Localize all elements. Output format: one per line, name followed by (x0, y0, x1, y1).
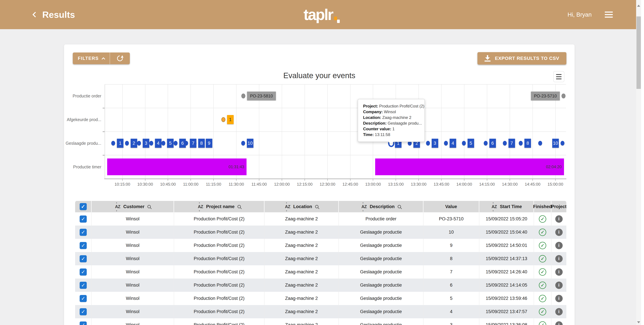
cell-project: i (552, 278, 566, 292)
cell-description: Geslaagde productie (339, 305, 424, 318)
select-all-checkbox[interactable]: ✓ (80, 203, 87, 210)
finished-check-icon: ✓ (539, 282, 546, 289)
column-header-label: Project name (206, 204, 234, 209)
cell-description: Geslaagde productie (339, 265, 424, 278)
row-checkbox[interactable]: ✓ (80, 268, 87, 276)
search-icon[interactable] (148, 205, 151, 208)
cell-start-time: 15/09/2022 15:04:40 (479, 226, 534, 239)
event-point[interactable] (538, 141, 542, 146)
chart-row-label: Geslaagde produ... (64, 141, 101, 146)
event-point[interactable] (149, 141, 153, 146)
table-row: ✓WinsolProduction Profit/Cost (2)Zaag-ma… (75, 305, 566, 318)
tooltip-field-label: Counter value: (363, 126, 391, 131)
event-point-label: 10 (552, 139, 559, 148)
event-point[interactable] (111, 141, 115, 146)
project-info-icon[interactable]: i (555, 282, 563, 289)
scroll-down-arrow-icon[interactable] (637, 321, 640, 323)
sort-icon[interactable]: AZ (198, 204, 203, 209)
x-axis-tick-label: 11:30:00 (228, 182, 244, 187)
event-point[interactable] (426, 141, 430, 146)
row-checkbox[interactable]: ✓ (80, 216, 87, 222)
sort-icon[interactable]: AZ (285, 204, 290, 209)
cell-description: Geslaagde productie (339, 239, 424, 252)
table-row: ✓WinsolProduction Profit/Cost (2)Zaag-ma… (75, 239, 566, 252)
search-icon[interactable] (398, 205, 401, 208)
cell-finished: ✓ (534, 252, 552, 265)
event-point[interactable] (174, 141, 178, 146)
project-info-icon[interactable]: i (555, 295, 563, 302)
back-button[interactable]: Results (33, 10, 75, 20)
x-axis-tick-label: 14:45:00 (525, 182, 540, 187)
event-point-label: 2 (131, 139, 137, 148)
column-header-location[interactable]: AZLocation (264, 201, 339, 212)
project-info-icon[interactable]: i (555, 255, 563, 262)
row-checkbox[interactable]: ✓ (80, 255, 87, 262)
event-point[interactable] (519, 141, 523, 146)
event-point[interactable] (503, 141, 507, 146)
chevron-left-icon (32, 12, 38, 18)
sort-icon[interactable]: AZ (115, 204, 120, 209)
cell-finished: ✓ (534, 265, 552, 278)
x-axis-tick (190, 179, 191, 181)
x-axis-tick-label: 14:00:00 (456, 182, 472, 187)
x-axis-tick (236, 179, 236, 181)
project-info-icon[interactable]: i (555, 242, 563, 249)
event-point-label: PO-23-5710 (531, 92, 560, 100)
event-point[interactable] (125, 141, 129, 146)
project-info-icon[interactable]: i (555, 215, 563, 223)
cell-customer: Winsol (92, 305, 174, 318)
x-axis-tick-label: 11:45:00 (252, 182, 267, 187)
sort-icon[interactable]: AZ (492, 204, 497, 209)
event-point[interactable] (241, 94, 245, 98)
event-point[interactable] (462, 141, 466, 146)
scrollbar-thumb[interactable] (636, 16, 641, 89)
cell-customer: Winsol (92, 265, 174, 278)
chart-row-label: Afgekeurde prod... (64, 117, 101, 122)
column-header-value[interactable]: Value (424, 201, 479, 212)
project-info-icon[interactable]: i (555, 308, 563, 316)
event-point[interactable] (444, 141, 448, 146)
event-point[interactable] (560, 141, 564, 146)
scrollbar-track[interactable] (636, 0, 641, 325)
project-info-icon[interactable]: i (555, 321, 563, 325)
project-info-icon[interactable]: i (555, 228, 563, 236)
row-select-cell: ✓ (75, 305, 92, 318)
timer-bar[interactable]: 01:31:43 (107, 158, 246, 175)
cell-project-name: Production Profit/Cost (2) (174, 239, 264, 252)
row-checkbox[interactable]: ✓ (80, 295, 87, 302)
column-header-finished[interactable]: Finished (534, 201, 552, 212)
sort-icon[interactable]: AZ (362, 204, 366, 209)
event-point[interactable] (222, 117, 226, 122)
x-axis-line (104, 178, 566, 179)
timer-bar[interactable]: 02:04:20 (375, 158, 564, 175)
event-point-label: 5 (167, 139, 174, 148)
event-point[interactable] (241, 141, 245, 146)
event-point[interactable] (484, 141, 488, 146)
column-header-description[interactable]: AZDescription (339, 201, 424, 212)
row-checkbox[interactable]: ✓ (80, 282, 87, 289)
column-header-label: Start Time (500, 204, 522, 209)
row-checkbox[interactable]: ✓ (80, 322, 87, 325)
column-header-customer[interactable]: AZCustomer (92, 201, 174, 212)
search-icon[interactable] (315, 205, 318, 208)
column-header-project[interactable]: Project (552, 201, 566, 212)
row-checkbox[interactable]: ✓ (80, 242, 87, 249)
search-icon[interactable] (238, 205, 241, 208)
column-header-start-time[interactable]: AZStart Time (479, 201, 534, 212)
scroll-up-arrow-icon[interactable] (637, 5, 640, 7)
event-point[interactable] (137, 141, 141, 146)
cell-customer: Winsol (92, 226, 174, 239)
cell-value: 4 (424, 305, 479, 318)
column-header-project-name[interactable]: AZProject name (174, 201, 264, 212)
event-point[interactable] (162, 141, 165, 146)
row-checkbox[interactable]: ✓ (80, 308, 87, 315)
cell-customer: Winsol (92, 278, 174, 292)
page-scrollbar[interactable] (636, 0, 644, 325)
event-point[interactable] (562, 94, 565, 98)
project-info-icon[interactable]: i (555, 268, 563, 276)
row-checkbox[interactable]: ✓ (80, 229, 87, 236)
finished-check-icon: ✓ (539, 308, 546, 316)
x-axis-tick-label: 12:00:00 (274, 182, 290, 187)
logo-text: taplr (304, 7, 333, 22)
hamburger-menu-icon[interactable] (604, 10, 614, 18)
